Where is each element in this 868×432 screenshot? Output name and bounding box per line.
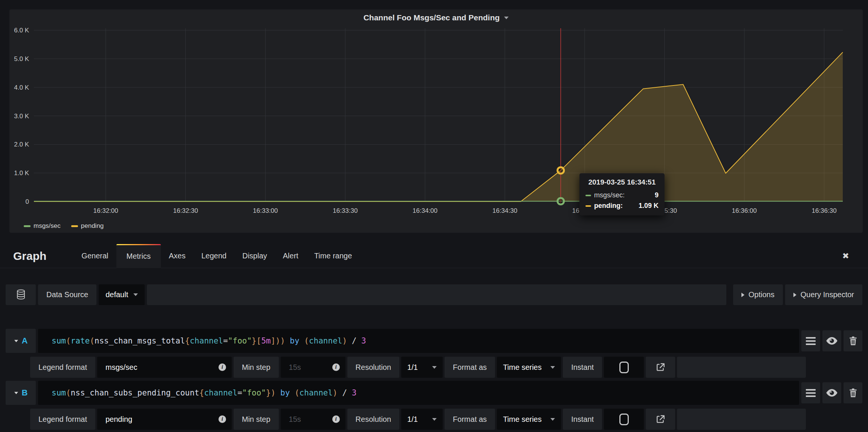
format-as-label: Format as [445, 409, 495, 430]
chart-tooltip: 2019-03-25 16:34:51 msgs/sec: 9 pending:… [579, 173, 665, 215]
share-external-link-icon [656, 362, 665, 372]
caret-right-icon [741, 293, 744, 297]
query-token: by [290, 336, 299, 345]
query-token: } [252, 336, 257, 345]
query-a-delete-button[interactable] [844, 330, 862, 351]
format-as-select[interactable]: Time series [497, 357, 561, 378]
datasource-label: Data Source [38, 284, 96, 305]
tab-display[interactable]: Display [234, 246, 275, 266]
query-b-options-row: Legend format i Min step i Resolution 1/… [30, 409, 806, 430]
svg-text:16:32:00: 16:32:00 [93, 207, 118, 214]
min-step-label: Min step [234, 409, 279, 430]
query-b-delete-button[interactable] [844, 382, 862, 403]
chevron-down-icon [550, 366, 555, 369]
info-icon: i [219, 363, 226, 371]
tooltip-timestamp: 2019-03-25 16:34:51 [585, 178, 659, 186]
query-token: channel [300, 388, 333, 397]
legend-format-input-cell: i [97, 357, 232, 378]
chevron-down-icon [14, 340, 18, 342]
query-b-share-button[interactable] [646, 409, 675, 430]
hamburger-menu-icon [806, 389, 816, 397]
legend-item-msgs-sec[interactable]: msgs/sec [24, 222, 61, 230]
format-as-select[interactable]: Time series [497, 409, 561, 430]
datasource-select[interactable]: default [99, 284, 145, 305]
legend-series-label: msgs/sec [34, 222, 61, 230]
chevron-down-icon [432, 418, 437, 421]
hamburger-menu-icon [806, 337, 816, 345]
legend-item-pending[interactable]: pending [71, 222, 104, 230]
query-a-menu-button[interactable] [801, 330, 820, 351]
tooltip-series-label: pending: [594, 202, 623, 210]
chevron-down-icon [504, 17, 509, 19]
query-a-expression-input[interactable]: sum(rate(nss_chan_msgs_total{channel="fo… [38, 329, 799, 353]
graph-canvas[interactable]: 6.0 K5.0 K4.0 K3.0 K2.0 K1.0 K016:32:001… [9, 9, 863, 233]
chevron-down-icon [550, 418, 555, 421]
chevron-down-icon [432, 366, 437, 369]
tab-general[interactable]: General [73, 246, 116, 266]
query-token: "foo" [228, 336, 252, 345]
svg-text:2.0 K: 2.0 K [14, 141, 29, 148]
options-row-filler [677, 409, 806, 430]
tab-metrics[interactable]: Metrics [116, 244, 161, 268]
tooltip-series-value: 9 [655, 191, 659, 199]
tooltip-series-value: 1.09 K [639, 202, 659, 210]
grafana-panel-editor: { "icons": { "close": "✖", "info": "i" }… [0, 0, 868, 432]
legend-format-input-cell: i [97, 409, 232, 430]
query-token: 5m [261, 336, 270, 345]
instant-checkbox[interactable] [619, 362, 629, 373]
query-b-expression-input[interactable]: sum(nss_chan_subs_pending_count{channel=… [38, 381, 799, 405]
svg-text:16:36:00: 16:36:00 [732, 207, 757, 214]
panel-title-dropdown[interactable]: Channel Foo Msgs/Sec and Pending [9, 13, 863, 22]
query-token [275, 388, 280, 397]
query-a-toggle-visibility-button[interactable] [822, 330, 841, 351]
datasource-row-filler [147, 284, 726, 305]
svg-text:6.0 K: 6.0 K [14, 27, 29, 34]
info-icon: i [332, 415, 340, 423]
query-token: / [347, 336, 361, 345]
instant-checkbox[interactable] [619, 414, 629, 425]
svg-text:5.0 K: 5.0 K [14, 55, 29, 63]
svg-text:16:34:30: 16:34:30 [492, 207, 517, 214]
legend-color-dash [71, 225, 78, 227]
editor-tabbar: Graph General Metrics Axes Legend Displa… [0, 244, 868, 268]
query-b-collapse-toggle[interactable]: B [6, 381, 36, 405]
tab-axes[interactable]: Axes [161, 246, 193, 266]
options-button[interactable]: Options [733, 284, 783, 305]
query-token: nss_chan_subs_pending_count [71, 388, 199, 397]
format-as-value: Time series [503, 415, 542, 424]
query-a-share-button[interactable] [646, 357, 675, 378]
query-inspector-button-label: Query Inspector [801, 290, 854, 299]
tab-alert[interactable]: Alert [275, 246, 306, 266]
query-token: ( [295, 388, 300, 397]
resolution-value: 1/1 [407, 363, 418, 372]
tab-legend[interactable]: Legend [193, 246, 234, 266]
tab-time-range[interactable]: Time range [306, 246, 360, 266]
svg-text:16:32:30: 16:32:30 [173, 207, 198, 214]
svg-text:16:33:00: 16:33:00 [253, 207, 278, 214]
resolution-select[interactable]: 1/1 [401, 409, 443, 430]
chart-legend: msgs/secpending [24, 222, 104, 230]
legend-format-label: Legend format [30, 357, 95, 378]
close-icon[interactable]: ✖ [842, 252, 849, 260]
query-row-b: B sum(nss_chan_subs_pending_count{channe… [6, 381, 862, 405]
query-token: "foo" [242, 388, 266, 397]
legend-format-input[interactable] [97, 363, 232, 372]
query-token: ) [342, 336, 347, 345]
legend-format-input[interactable] [97, 415, 232, 424]
query-token: [ [257, 336, 261, 345]
query-b-toggle-visibility-button[interactable] [822, 382, 841, 403]
resolution-label: Resolution [347, 357, 400, 378]
query-token: } [266, 388, 271, 397]
panel-title: Channel Foo Msgs/Sec and Pending [364, 13, 500, 22]
query-token: 3 [352, 388, 357, 397]
query-b-menu-button[interactable] [801, 382, 820, 403]
tooltip-series-label: msgs/sec: [594, 191, 625, 199]
datasource-value: default [105, 290, 128, 299]
resolution-select[interactable]: 1/1 [401, 357, 443, 378]
svg-text:1.0 K: 1.0 K [14, 169, 29, 177]
query-token: / [338, 388, 352, 397]
query-token: sum [52, 388, 66, 397]
query-token: = [223, 336, 228, 345]
query-inspector-button[interactable]: Query Inspector [785, 284, 862, 305]
query-a-collapse-toggle[interactable]: A [6, 329, 36, 353]
